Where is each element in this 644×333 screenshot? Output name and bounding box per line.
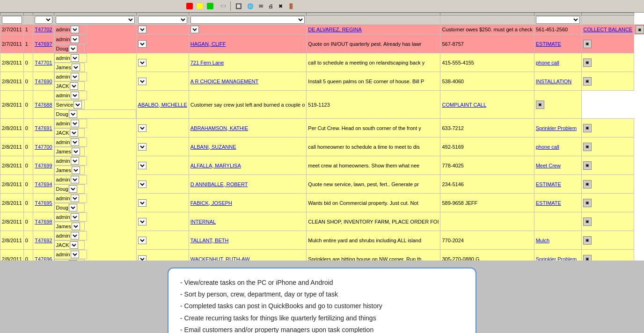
cell-entered-by-select[interactable] <box>71 157 79 165</box>
cell-entered-by-select[interactable] <box>71 138 79 146</box>
cell-task-link-link[interactable]: T47694 <box>35 181 52 187</box>
cell-entered-by-select[interactable] <box>71 54 79 62</box>
cell-sub-assigned-select[interactable] <box>69 110 77 118</box>
filter-entered-select[interactable] <box>35 16 52 24</box>
row-action-button[interactable]: ▣ <box>583 180 592 188</box>
cell-sub-assigned-select[interactable] <box>138 199 146 207</box>
cell-sub-assigned-select[interactable] <box>138 78 146 85</box>
cell-assigned-to-select[interactable] <box>70 82 78 90</box>
cell-task-type-link[interactable]: INSTALLATION <box>536 79 572 84</box>
cell-customer-link[interactable]: ABALBO, MICHELLE <box>138 102 187 108</box>
cell-sub-assigned-select[interactable] <box>138 255 146 261</box>
cell-assigned-to-select[interactable] <box>138 26 146 33</box>
row-action-button[interactable]: ▣ <box>583 124 592 132</box>
row-action-button[interactable]: ▣ <box>583 217 592 226</box>
cell-task-link-link[interactable]: T47700 <box>35 144 52 150</box>
cell-assigned-to-select[interactable] <box>69 260 77 261</box>
cell-task-type-link[interactable]: Sprinkler Problem <box>536 125 577 131</box>
cell-task-link-link[interactable]: T47695 <box>35 200 52 206</box>
cell-task-type-link[interactable]: ESTIMATE <box>536 41 561 47</box>
cell-entered-by-select[interactable] <box>71 251 79 258</box>
cell-customer-link[interactable]: D ANNIBALLE, ROBERT <box>190 181 248 187</box>
cell-sub-assigned-select[interactable] <box>138 237 146 244</box>
cell-task-type-link[interactable]: Sprinkler Problem <box>536 256 577 261</box>
cell-sub-assigned-select[interactable] <box>190 26 199 33</box>
cell-task-link-link[interactable]: T47691 <box>35 125 52 131</box>
cell-customer-link[interactable]: TALLANT, BETH <box>190 238 229 243</box>
cell-task-link-link[interactable]: T47697 <box>35 41 52 47</box>
print-button[interactable]: 🖨 <box>268 3 275 9</box>
cell-sub-assigned-select[interactable] <box>138 40 146 48</box>
filter-type[interactable] <box>534 15 582 25</box>
cell-task-type-link[interactable]: Mulch <box>536 238 549 243</box>
cell-customer-link[interactable]: ALFALLA, MARYLISA <box>190 163 241 168</box>
cell-assigned-to-select[interactable] <box>70 129 78 137</box>
filter-subassigned-select[interactable] <box>138 16 187 24</box>
cell-sub-assigned-select[interactable] <box>138 181 146 188</box>
cell-sub-assigned-select[interactable] <box>138 59 146 66</box>
cell-customer-link[interactable]: A R CHOICE MANAGEMENT <box>190 79 258 84</box>
cell-task-type-link[interactable]: ESTIMATE <box>536 200 561 206</box>
row-action-button[interactable]: ▣ <box>583 143 592 151</box>
row-action-button[interactable]: ▣ <box>636 25 644 34</box>
filter-assigned[interactable] <box>54 15 136 25</box>
filter-date-input[interactable] <box>2 16 22 24</box>
cell-sub-assigned-select[interactable] <box>138 162 146 169</box>
filter-assigned-select[interactable] <box>56 16 135 24</box>
cell-sub-assigned-select[interactable] <box>138 143 146 151</box>
cell-customer-link[interactable]: ABRAHAMSON, KATHIE <box>190 125 248 131</box>
row-action-button[interactable]: ▣ <box>583 161 592 170</box>
cell-task-type-link[interactable]: COLLECT BALANCE <box>583 27 632 32</box>
cell-entered-by-select[interactable] <box>71 232 79 239</box>
filter-entered[interactable] <box>33 15 54 25</box>
cell-task-link-link[interactable]: T47701 <box>35 60 52 65</box>
cell-customer-link[interactable]: WACKENHUT, RUTH-AW <box>190 256 250 261</box>
cell-task-link-link[interactable]: T47688 <box>35 102 52 108</box>
show-all-button[interactable]: 🔲 <box>235 3 243 9</box>
cell-task-type-link[interactable]: phone call <box>536 60 559 65</box>
cell-sub-assigned-select[interactable] <box>138 124 146 132</box>
cell-assigned-to-select[interactable] <box>73 101 82 109</box>
cell-assigned-to-select[interactable] <box>69 204 77 211</box>
cell-assigned-to-select[interactable] <box>72 166 80 174</box>
cell-customer-link[interactable]: HAGAN, CLIFF <box>190 41 226 47</box>
cell-customer-link[interactable]: INTERNAL <box>190 219 216 224</box>
cell-customer-link[interactable]: 721 Fern Lane <box>190 60 224 65</box>
row-action-button[interactable]: ▣ <box>583 40 592 48</box>
filter-customer[interactable] <box>189 15 307 25</box>
row-action-button[interactable]: ▣ <box>536 101 544 109</box>
cell-task-link-link[interactable]: T47696 <box>35 256 52 261</box>
reset-button[interactable]: ✖ <box>278 3 284 9</box>
row-action-button[interactable]: ▣ <box>583 255 592 261</box>
cell-entered-by-select[interactable] <box>71 92 79 99</box>
cell-assigned-to-select[interactable] <box>72 64 80 71</box>
close-button[interactable]: 🚪 <box>288 3 296 9</box>
map-button[interactable]: 🌐 <box>247 3 255 9</box>
row-action-button[interactable]: ▣ <box>583 199 592 207</box>
cell-task-type-link[interactable]: Meet Crew <box>536 163 561 168</box>
cell-sub-assigned-select[interactable] <box>138 218 146 225</box>
cell-entered-by-select[interactable] <box>71 213 79 221</box>
cell-assigned-to-select[interactable] <box>70 241 78 249</box>
row-action-button[interactable]: ▣ <box>583 77 592 86</box>
cell-assigned-to-select[interactable] <box>72 223 80 230</box>
cell-customer-link[interactable]: FABICK, JOSEPH <box>190 200 232 206</box>
cell-assigned-to-select[interactable] <box>69 45 77 52</box>
cell-entered-by-select[interactable] <box>71 195 79 202</box>
cell-entered-by-select[interactable] <box>71 120 79 127</box>
cell-task-type-link[interactable]: phone call <box>536 144 559 150</box>
cell-entered-by-select[interactable] <box>71 73 79 80</box>
cell-task-link-link[interactable]: T47692 <box>35 238 52 243</box>
cell-task-type-link[interactable]: ESTIMATE <box>536 181 561 187</box>
cell-entered-by-select[interactable] <box>71 26 79 33</box>
cell-entered-by-select[interactable] <box>71 176 79 183</box>
cell-task-type-link[interactable]: COMPLAINT CALL <box>442 102 486 108</box>
cell-task-link-link[interactable]: T47698 <box>35 219 52 224</box>
cell-assigned-to-select[interactable] <box>69 185 77 193</box>
filter-type-select[interactable] <box>536 16 580 24</box>
row-action-button[interactable]: ▣ <box>583 236 592 245</box>
cell-assigned-to-select[interactable] <box>72 148 80 155</box>
cell-entered-by-select[interactable] <box>71 36 79 43</box>
email-customers-button[interactable]: ✉ <box>259 3 264 9</box>
cell-customer-link[interactable]: ALBANI, SUZANNE <box>190 144 236 150</box>
